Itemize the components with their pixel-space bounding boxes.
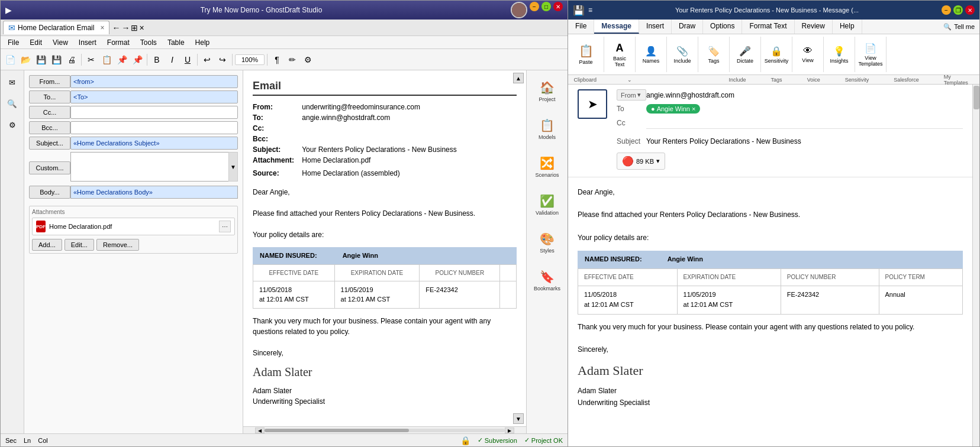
zoom-input[interactable]: 100% — [235, 54, 265, 65]
format-button[interactable]: ¶ — [270, 53, 284, 67]
tab-close-icon[interactable]: × — [100, 24, 104, 32]
bold-button[interactable]: B — [150, 53, 164, 67]
styles-button[interactable]: 🎨 Styles — [529, 224, 566, 261]
outlook-restore-button[interactable]: ❐ — [953, 5, 963, 15]
subject-input[interactable] — [70, 137, 238, 150]
tab-options[interactable]: Options — [703, 20, 742, 34]
attachment-action-button[interactable]: ⋯ — [219, 221, 231, 232]
cc-input[interactable] — [70, 106, 238, 119]
outlook-email-content: Dear Angie, Please find attached your Re… — [568, 177, 972, 446]
cc-button[interactable]: Cc... — [29, 106, 70, 119]
names-button[interactable]: 👤 Names — [640, 37, 662, 72]
from-input[interactable] — [70, 75, 238, 88]
grid-view-button[interactable]: ⊞ — [131, 23, 138, 33]
properties-button[interactable]: ⚙ — [301, 53, 315, 67]
outlook-cc-input[interactable] — [646, 117, 963, 129]
menu-tools[interactable]: Tools — [136, 37, 162, 48]
outlook-vertical-scrollbar[interactable] — [972, 85, 979, 446]
scroll-left-button[interactable]: ◀ — [255, 427, 265, 433]
from-dropdown[interactable]: From ▾ — [617, 89, 646, 101]
custom-button[interactable]: Custom... — [29, 161, 70, 174]
bcc-input[interactable] — [70, 121, 238, 134]
panel-close-button[interactable]: × — [139, 23, 144, 33]
to-button[interactable]: To... — [29, 90, 70, 103]
bcc-button[interactable]: Bcc... — [29, 121, 70, 134]
scenarios-button[interactable]: 🔀 Scenarios — [529, 148, 566, 185]
minimize-button[interactable]: − — [530, 2, 539, 11]
tab-insert[interactable]: Insert — [639, 20, 672, 34]
menu-insert[interactable]: Insert — [74, 37, 101, 48]
sensitivity-button[interactable]: 🔒 Sensitivity — [766, 37, 787, 72]
to-badge[interactable]: ● Angie Winn × — [646, 104, 700, 114]
sidebar-icon-1[interactable]: ✉ — [3, 73, 22, 92]
menu-view[interactable]: View — [48, 37, 73, 48]
tab-format-text[interactable]: Format Text — [742, 20, 794, 34]
menu-help[interactable]: Help — [191, 37, 215, 48]
bookmarks-button[interactable]: 🔖 Bookmarks — [529, 262, 566, 299]
paste-special-button[interactable]: 📌 — [130, 53, 144, 67]
menu-format[interactable]: Format — [102, 37, 134, 48]
tags-button[interactable]: 🏷️ Tags — [703, 37, 724, 72]
body-input[interactable] — [70, 186, 238, 199]
remove-attachment-button[interactable]: Remove... — [96, 239, 139, 251]
edit-attachment-button[interactable]: Edit... — [65, 239, 94, 251]
outlook-minimize-button[interactable]: − — [942, 5, 951, 15]
basic-text-button[interactable]: A BasicText — [609, 37, 630, 72]
tab-draw[interactable]: Draw — [672, 20, 703, 34]
menu-edit[interactable]: Edit — [25, 37, 47, 48]
menu-file[interactable]: File — [3, 37, 24, 48]
nav-back-button[interactable]: ← — [112, 23, 120, 33]
scroll-right-button[interactable]: ▶ — [505, 427, 514, 433]
body-button[interactable]: Body... — [29, 186, 70, 199]
sidebar-icon-2[interactable]: 🔍 — [3, 94, 22, 113]
paste-button[interactable]: 📌 — [115, 53, 129, 67]
custom-scroll-btn[interactable]: ▼ — [228, 152, 238, 182]
save-button[interactable]: 💾 — [34, 53, 48, 67]
view-ribbon-button[interactable]: 👁 View — [797, 37, 818, 72]
to-badge-close-icon[interactable]: × — [692, 105, 695, 112]
home-declaration-tab[interactable]: ✉ Home Declaration Email × — [3, 21, 109, 34]
from-button[interactable]: From... — [29, 75, 70, 88]
tab-file[interactable]: File — [568, 20, 594, 34]
edit-mode-button[interactable]: ✏ — [285, 53, 299, 67]
view-templates-button[interactable]: 📄 ViewTemplates — [860, 37, 881, 72]
underline-button[interactable]: U — [180, 53, 195, 67]
nav-forward-button[interactable]: → — [121, 23, 130, 33]
italic-button[interactable]: I — [165, 53, 179, 67]
dictate-button[interactable]: 🎤 Dictate — [734, 37, 756, 72]
scroll-down-button[interactable]: ▼ — [513, 413, 524, 424]
tell-me-area[interactable]: 🔍 Tell me — [939, 20, 979, 34]
status-icon-button[interactable]: 🔒 — [460, 436, 470, 445]
validation-button[interactable]: ✅ Validation — [529, 186, 566, 223]
outlook-pdf-badge[interactable]: 🔴 89 KB ▾ — [617, 153, 665, 170]
cut-button[interactable]: ✂ — [84, 53, 98, 67]
tab-help[interactable]: Help — [833, 20, 862, 34]
new-button[interactable]: 📄 — [3, 53, 17, 67]
project-button[interactable]: 🏠 Project — [529, 73, 566, 109]
custom-input[interactable] — [70, 152, 238, 182]
close-button[interactable]: ✕ — [553, 2, 563, 11]
menu-table[interactable]: Table — [163, 37, 189, 48]
sidebar-icon-3[interactable]: ⚙ — [3, 115, 22, 134]
save-all-button[interactable]: 💾 — [49, 53, 63, 67]
add-attachment-button[interactable]: Add... — [32, 239, 62, 251]
send-button[interactable]: ➤ — [578, 89, 607, 119]
paste-ribbon-button[interactable]: 📋 Paste — [573, 37, 599, 72]
scroll-up-button[interactable]: ▲ — [513, 73, 524, 83]
outlook-title-bar: 💾 ≡ Your Renters Policy Declarations - N… — [568, 1, 979, 20]
include-button[interactable]: 📎 Include — [672, 37, 693, 72]
horizontal-scrollbar[interactable]: ◀ ▶ — [243, 426, 526, 433]
to-input[interactable] — [70, 90, 238, 103]
outlook-close-button[interactable]: ✕ — [965, 5, 975, 15]
insights-button[interactable]: 💡 Insights — [829, 37, 850, 72]
copy-button[interactable]: 📋 — [99, 53, 114, 67]
tab-message[interactable]: Message — [594, 20, 639, 34]
maximize-button[interactable]: □ — [541, 2, 551, 11]
print-button[interactable]: 🖨 — [65, 53, 79, 67]
subject-button[interactable]: Subject... — [29, 137, 70, 150]
models-button[interactable]: 📋 Models — [529, 111, 566, 147]
undo-button[interactable]: ↩ — [200, 53, 214, 67]
open-button[interactable]: 📂 — [18, 53, 33, 67]
tab-review[interactable]: Review — [795, 20, 833, 34]
redo-button[interactable]: ↪ — [215, 53, 230, 67]
